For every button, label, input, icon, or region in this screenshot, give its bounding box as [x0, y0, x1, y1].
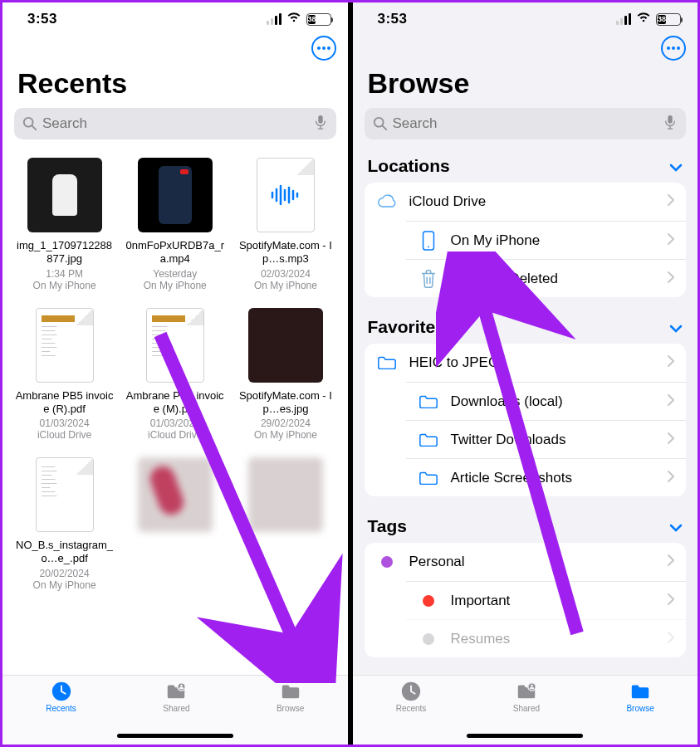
folder-icon: [418, 430, 439, 450]
tag-item[interactable]: Resumes: [406, 619, 687, 657]
section-favorites: Favorites HEIC to JPEG Downloads (local)…: [365, 312, 687, 496]
svg-point-1: [322, 46, 326, 50]
tab-browse[interactable]: Browse: [626, 681, 653, 745]
search-input[interactable]: [42, 115, 308, 132]
section-header[interactable]: Locations: [365, 151, 687, 183]
file-thumbnail: ━━━━━━━━━━━━━━━━━━━━━━━━━━━━━━━━━━━━━━━━…: [36, 457, 94, 532]
cellular-icon: [267, 13, 281, 25]
dictate-icon[interactable]: [313, 115, 328, 133]
chevron-right-icon: [668, 394, 674, 409]
home-indicator[interactable]: [467, 734, 583, 738]
tab-recents[interactable]: Recents: [396, 681, 427, 745]
more-menu-button[interactable]: [661, 36, 686, 61]
trash-icon: [418, 269, 439, 289]
wifi-icon: [636, 11, 651, 27]
file-item[interactable]: ━━━━━━━━━━━━━━━━━━━━━━━━━━━━━━━━━━━━━━━━…: [121, 301, 228, 450]
tag-color-icon: [418, 633, 439, 645]
chevron-right-icon: [668, 194, 674, 209]
favorite-item[interactable]: HEIC to JPEG: [365, 344, 687, 382]
search-icon: [373, 116, 388, 131]
svg-point-27: [531, 685, 533, 687]
more-menu-button[interactable]: [311, 36, 336, 61]
file-thumbnail: [248, 457, 323, 532]
page-title: Browse: [353, 61, 698, 108]
tab-recents[interactable]: Recents: [46, 681, 76, 745]
tab-bar: Recents Shared Browse: [2, 675, 348, 745]
chevron-right-icon: [668, 233, 674, 248]
file-thumbnail: [138, 158, 213, 232]
location-on-my-iphone[interactable]: On My iPhone: [406, 221, 687, 259]
status-indicators: 38: [267, 11, 331, 27]
home-indicator[interactable]: [117, 734, 233, 738]
page-title: Recents: [2, 61, 348, 108]
iphone-icon: [418, 231, 439, 251]
file-item[interactable]: [232, 451, 339, 599]
folder-icon: [279, 681, 302, 702]
file-item[interactable]: ━━━━━━━━━━━━━━━━━━━━━━━━━━━━━━━━━━━━━━━━…: [11, 301, 118, 450]
svg-point-15: [180, 685, 183, 687]
chevron-right-icon: [668, 271, 674, 286]
svg-point-20: [374, 118, 383, 127]
folder-icon: [629, 681, 652, 702]
chevron-right-icon: [668, 593, 674, 608]
chevron-down-icon: [669, 516, 683, 536]
file-item[interactable]: [121, 451, 228, 599]
file-thumbnail: [27, 158, 102, 232]
tab-browse[interactable]: Browse: [277, 681, 304, 745]
dictate-icon[interactable]: [663, 115, 678, 133]
svg-point-0: [317, 46, 321, 50]
status-bar: 3:53 38: [353, 2, 698, 31]
folder-icon: [418, 468, 439, 488]
status-bar: 3:53 38: [2, 2, 348, 31]
svg-point-2: [327, 46, 330, 50]
section-header[interactable]: Favorites: [365, 312, 687, 344]
tag-item[interactable]: Important: [406, 581, 687, 619]
wifi-icon: [286, 11, 301, 27]
status-indicators: 38: [616, 11, 681, 27]
battery-icon: 38: [656, 13, 681, 26]
location-recently-deleted[interactable]: Recently Deleted: [406, 259, 687, 297]
file-item[interactable]: SpotifyMate.com - I p…s.mp3 02/03/2024 O…: [232, 151, 339, 300]
svg-rect-22: [668, 115, 672, 124]
svg-line-4: [32, 126, 37, 130]
chevron-right-icon: [668, 355, 674, 370]
file-item[interactable]: ━━━━━━━━━━━━━━━━━━━━━━━━━━━━━━━━━━━━━━━━…: [11, 451, 118, 599]
tag-color-icon: [418, 595, 439, 607]
tag-color-icon: [376, 556, 398, 568]
search-icon: [22, 116, 37, 131]
file-item[interactable]: SpotifyMate.com - I p…es.jpg 29/02/2024 …: [232, 301, 339, 450]
svg-rect-5: [318, 115, 322, 124]
search-field[interactable]: [365, 108, 687, 139]
chevron-right-icon: [668, 471, 674, 486]
tag-item[interactable]: Personal: [365, 543, 687, 581]
tab-bar: Recents Shared Browse: [353, 675, 698, 745]
clock-icon: [399, 681, 423, 702]
chevron-down-icon: [669, 317, 683, 337]
svg-point-18: [672, 46, 675, 50]
folder-icon: [376, 353, 398, 373]
svg-line-21: [382, 126, 386, 130]
favorite-item[interactable]: Downloads (local): [406, 382, 687, 420]
phone-browse: 3:53 38 Browse Locations iCloud Drive: [353, 2, 698, 745]
chevron-right-icon: [668, 632, 674, 647]
favorite-item[interactable]: Article Screenshots: [406, 458, 687, 496]
search-input[interactable]: [393, 115, 658, 132]
svg-point-19: [677, 46, 680, 50]
section-tags: Tags Personal Important Resumes: [365, 511, 687, 657]
section-locations: Locations iCloud Drive On My iPhone Rece…: [365, 151, 687, 297]
search-field[interactable]: [14, 108, 336, 139]
file-item[interactable]: 0nmFoPxURDB7a_ra.mp4 Yesterday On My iPh…: [121, 151, 228, 300]
chevron-right-icon: [668, 432, 674, 447]
section-header[interactable]: Tags: [365, 511, 687, 543]
location-icloud-drive[interactable]: iCloud Drive: [365, 183, 687, 221]
file-thumbnail: [138, 457, 213, 532]
chevron-down-icon: [669, 156, 683, 176]
favorite-item[interactable]: Twitter Downloads: [406, 420, 687, 458]
file-grid: img_1_1709712288877.jpg 1:34 PM On My iP…: [2, 151, 348, 599]
file-thumbnail: ━━━━━━━━━━━━━━━━━━━━━━━━━━━━━━━━━━━━━━━━…: [146, 308, 204, 383]
status-time: 3:53: [378, 11, 408, 27]
status-time: 3:53: [27, 11, 57, 27]
cloud-icon: [376, 192, 398, 212]
battery-icon: 38: [306, 13, 331, 26]
file-item[interactable]: img_1_1709712288877.jpg 1:34 PM On My iP…: [11, 151, 118, 300]
